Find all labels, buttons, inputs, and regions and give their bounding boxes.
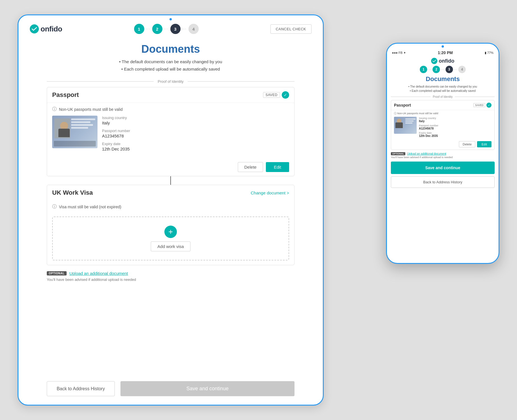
saved-badge: SAVED ✓ [263, 91, 289, 99]
phone-step-dots-2: ··· [441, 68, 444, 71]
subtitle-line-1: • The default documents can be easily ch… [47, 58, 294, 65]
phone-section-label-text: Proof of Identity [431, 95, 455, 98]
add-visa-button[interactable]: Add work visa [151, 241, 190, 251]
phone-passport-lines [405, 118, 416, 124]
phone-delete-passport-button[interactable]: Delete [459, 141, 475, 147]
visa-warning-text: Visa must still be valid (not expired) [59, 205, 121, 209]
connector-line [170, 176, 171, 185]
expiry-date-value: 12th Dec 2035 [102, 147, 289, 151]
step-3: 3 [170, 24, 181, 34]
passport-photo-area [54, 118, 70, 138]
visa-title: UK Work Visa [52, 189, 93, 196]
step-dots-3: ··· [182, 27, 187, 31]
phone-passport-info: Issuing country Italy Passport number A1… [419, 117, 438, 139]
phone-optional-badge: OPTIONAL [391, 152, 405, 155]
upload-plus-icon[interactable]: + [164, 226, 177, 238]
phone-logo-text: onfido [439, 58, 454, 64]
phone-back-to-address-history-button[interactable]: Back to Address History [391, 176, 495, 188]
phone-time: 1:20 PM [438, 50, 453, 55]
step-dots-2: ··· [164, 27, 169, 31]
saved-label: SAVED [263, 92, 280, 98]
phone-step-nav: 1 ··· 2 ··· 3 ··· 4 [391, 66, 495, 73]
logo-icon [30, 24, 39, 33]
phone-step-2: 2 [433, 66, 440, 73]
edit-passport-button[interactable]: Edit [266, 162, 289, 172]
phone-passport-header: Passport SAVED ✓ [391, 100, 494, 110]
passport-actions: Delete Edit [47, 159, 294, 176]
back-to-address-history-button[interactable]: Back to Address History [47, 381, 115, 396]
phone-expiry-date-label: Expiry date [419, 131, 438, 134]
phone-frame: ●●● FB ✦ 1:20 PM ▮ 77% onfido 1 ··· 2 ··… [386, 43, 499, 264]
optional-badge: OPTIONAL [47, 271, 67, 275]
visa-card-header: UK Work Visa Change document > [47, 185, 294, 200]
phone-step-4: 4 [458, 66, 466, 73]
page-title: Documents [47, 43, 294, 55]
saved-check-icon: ✓ [282, 91, 289, 99]
phone-save-and-continue-button[interactable]: Save and continue [391, 162, 495, 174]
svg-point-1 [431, 58, 437, 64]
step-4: 4 [188, 24, 199, 34]
passport-info: Issuing country Italy Passport number A1… [102, 116, 289, 155]
tablet-content: Documents • The default documents can be… [18, 37, 323, 376]
section-label: Proof of Identity [47, 79, 294, 84]
phone-content: onfido 1 ··· 2 ··· 3 ··· 4 Documents • T… [387, 56, 499, 263]
issuing-country-value: Italy [102, 120, 289, 125]
phone-subtitle: • The default documents can be easily ch… [391, 84, 495, 93]
phone-logo: onfido [391, 58, 495, 64]
phone-edit-passport-button[interactable]: Edit [477, 141, 491, 147]
phone-issuing-country-field: Issuing country Italy [419, 117, 438, 123]
phone-passport-number-value: A12345678 [419, 127, 438, 130]
visa-card: UK Work Visa Change document > ⓘ Visa mu… [47, 185, 294, 265]
phone-step-dots-3: ··· [454, 68, 457, 71]
phone-subtitle-line-2: • Each completed upload will be automati… [391, 89, 495, 93]
warning-icon: ⓘ [52, 106, 57, 112]
change-document-link[interactable]: Change document > [251, 190, 289, 195]
section-label-text: Proof of Identity [154, 79, 187, 84]
section-label-line-left [47, 81, 154, 82]
phone-passport-card: Passport SAVED ✓ ⓘ Non-UK passports must… [391, 100, 495, 150]
phone-section-label-line-left [391, 97, 431, 97]
phone-passport-image [394, 117, 417, 134]
passport-number-label: Passport number [102, 129, 289, 133]
tablet-top-indicator [18, 15, 323, 20]
step-dots-1: ··· [146, 27, 151, 31]
phone-optional-section: OPTIONAL Upload an additional document [391, 152, 495, 155]
phone-expiry-date-value: 12th Dec 2035 [419, 134, 438, 137]
tablet-frame: onfido 1 ··· 2 ··· 3 ··· 4 CANCEL C [18, 14, 324, 406]
phone-saved-label: SAVED [473, 103, 485, 107]
phone-step-1: 1 [420, 66, 427, 73]
phone-subtitle-line-1: • The default documents can be easily ch… [391, 84, 495, 89]
phone-passport-details: Issuing country Italy Passport number A1… [391, 117, 494, 141]
passport-mrz [54, 141, 96, 147]
delete-passport-button[interactable]: Delete [238, 162, 263, 172]
cancel-check-button[interactable]: CANCEL CHECK [270, 24, 312, 34]
phone-step-dots-1: ··· [428, 68, 431, 71]
phone-passport-title: Passport [394, 103, 411, 107]
expiry-date-field: Expiry date 12th Dec 2035 [102, 142, 289, 151]
upload-additional-link[interactable]: Upload an additional document [69, 271, 128, 276]
optional-section: OPTIONAL Upload an additional document [47, 271, 294, 276]
phone-top-indicator [387, 44, 499, 48]
step-navigation: 1 ··· 2 ··· 3 ··· 4 [134, 24, 199, 34]
svg-point-0 [30, 24, 39, 33]
phone-status-bar: ●●● FB ✦ 1:20 PM ▮ 77% [387, 48, 499, 56]
page-subtitle: • The default documents can be easily ch… [47, 58, 294, 73]
step-2: 2 [152, 24, 162, 34]
passport-number-field: Passport number A12345678 [102, 129, 289, 138]
phone-step-3: 3 [446, 66, 453, 73]
phone-section-label-line-right [455, 97, 495, 97]
phone-passport-warning-text: Non-UK passports must still be valid [397, 112, 438, 115]
issuing-country-field: Issuing country Italy [102, 116, 289, 125]
passport-warning: ⓘ Non-UK passports must still be valid [47, 103, 294, 116]
passport-person-body [58, 129, 70, 137]
save-and-continue-button[interactable]: Save and continue [120, 381, 294, 396]
phone-upload-additional-link[interactable]: Upload an additional document [407, 152, 446, 155]
phone-issuing-country-label: Issuing country [419, 117, 438, 120]
phone-logo-icon [431, 58, 437, 64]
passport-warning-text: Non-UK passports must still be valid [59, 107, 123, 112]
passport-card-header: Passport SAVED ✓ [47, 87, 294, 103]
phone-saved-check-icon: ✓ [486, 103, 491, 108]
visa-warning-icon: ⓘ [52, 204, 57, 210]
phone-issuing-country-value: Italy [419, 120, 438, 123]
phone-passport-actions: Delete Edit [391, 141, 494, 150]
